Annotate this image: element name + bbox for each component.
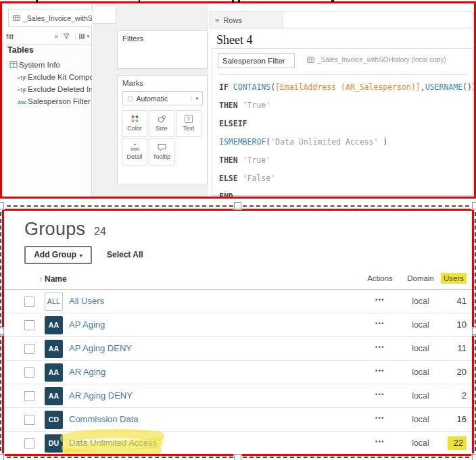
- actions-menu-icon[interactable]: •••: [366, 391, 394, 398]
- row-checkbox[interactable]: [24, 367, 34, 378]
- table-row: ALLAll Users•••local41: [4, 290, 472, 313]
- field-item[interactable]: AbcSalesperson Filter: [2, 95, 92, 107]
- mark-type-dropdown[interactable]: ▢ Automatic ▾: [122, 91, 203, 105]
- domain-value: local: [406, 367, 435, 377]
- group-name-link[interactable]: AP Aging: [69, 320, 105, 330]
- mark-buttons: ColorSizeTTextDetailTooltip: [121, 109, 206, 166]
- rows-shelf-icon: ≡: [215, 16, 219, 24]
- column-header-domain[interactable]: Domain: [404, 274, 437, 282]
- column-header-actions[interactable]: Actions: [364, 274, 396, 282]
- group-name-link[interactable]: AR Aging DENY: [69, 390, 133, 401]
- row-checkbox[interactable]: [24, 320, 34, 330]
- datasource-tab[interactable]: _Sales_Invoice_withSOHi...: [8, 9, 92, 27]
- selection-handle[interactable]: [472, 328, 476, 335]
- table-icon: [7, 59, 19, 71]
- filter-funnel-icon[interactable]: [63, 33, 70, 40]
- mark-button-label: Color: [122, 125, 147, 132]
- sheet-title: Sheet 4: [216, 33, 253, 47]
- rows-shelf[interactable]: ≡ Rows: [210, 11, 473, 28]
- field-item[interactable]: =T|FExclude Deleted Invoice ...: [2, 83, 92, 95]
- users-count: 11: [433, 343, 467, 353]
- group-name-link[interactable]: All Users: [69, 296, 104, 306]
- table-row: CDCommission Data•••local16: [4, 408, 472, 432]
- color-mark-button[interactable]: Color: [122, 110, 147, 137]
- group-name-link[interactable]: AP Aging DENY: [69, 343, 132, 353]
- cropped-text-fragment: [139, 0, 140, 3]
- group-initials-badge: AA: [45, 316, 63, 334]
- column-header-name[interactable]: ↑Name: [39, 274, 67, 284]
- mark-button-label: Text: [176, 125, 201, 132]
- field-label: Exclude Kit Components ...: [28, 73, 92, 81]
- selection-region: Groups 24 Add Group▾ Select All ↑Name Ac…: [0, 205, 476, 458]
- domain-value: local: [406, 438, 435, 448]
- formula-editor[interactable]: IF CONTAINS([EmailAddress (AR_Salesperso…: [219, 78, 470, 199]
- row-checkbox[interactable]: [24, 344, 34, 354]
- formula-line: ELSE 'False': [219, 170, 470, 188]
- tables-section-label: Tables: [7, 45, 34, 55]
- table-row: AAAP Aging DENY•••local11: [4, 337, 472, 361]
- users-count: 41: [433, 296, 467, 306]
- group-name-link[interactable]: AR Aging: [69, 367, 105, 377]
- selection-handle[interactable]: [472, 202, 476, 209]
- row-checkbox[interactable]: [24, 438, 34, 449]
- actions-menu-icon[interactable]: •••: [366, 344, 394, 351]
- selection-handle[interactable]: [234, 202, 241, 209]
- calculated-boolean-icon: =T|F: [16, 71, 28, 83]
- column-header-users[interactable]: Users: [435, 273, 467, 284]
- red-annotation-box-top: _Sales_Invoice_withSOHi... filt × ▾ Tabl…: [0, 1, 476, 199]
- field-label: Salesperson Filter: [28, 97, 91, 105]
- users-count: 22: [433, 438, 467, 448]
- field-item[interactable]: =T|FExclude Kit Components ...: [2, 71, 92, 83]
- formula-line: THEN 'True': [219, 97, 470, 115]
- mark-type-icon: ▢: [127, 95, 133, 102]
- size-icon: [149, 111, 174, 125]
- detail-mark-button[interactable]: Detail: [122, 138, 147, 165]
- abc-string-icon: Abc: [16, 95, 28, 107]
- divider: [218, 74, 467, 75]
- rows-shelf-label: Rows: [223, 16, 242, 24]
- caret-down-icon[interactable]: ▾: [191, 96, 202, 101]
- sort-ascending-icon: ↑: [39, 276, 43, 283]
- caret-down-icon[interactable]: ▾: [87, 34, 89, 39]
- domain-value: local: [406, 297, 435, 306]
- calculated-boolean-icon: =T|F: [16, 83, 28, 95]
- selection-handle[interactable]: [472, 454, 476, 460]
- text-mark-button[interactable]: TText: [176, 110, 201, 137]
- view-columns-icon[interactable]: [75, 34, 85, 39]
- actions-menu-icon[interactable]: •••: [366, 320, 394, 327]
- marks-card-label: Marks: [118, 76, 207, 87]
- selection-handle[interactable]: [0, 454, 4, 460]
- actions-menu-icon[interactable]: •••: [366, 438, 394, 445]
- size-mark-button[interactable]: Size: [149, 110, 174, 137]
- data-pane-search: filt × ▾: [2, 29, 92, 45]
- filters-shelf[interactable]: Filters: [117, 30, 208, 69]
- table-row: AAAR Aging DENY•••local2: [4, 384, 472, 408]
- actions-menu-icon[interactable]: •••: [366, 415, 394, 421]
- selection-handle[interactable]: [0, 202, 4, 209]
- search-input[interactable]: filt: [6, 32, 51, 41]
- users-count: 20: [433, 367, 467, 377]
- row-checkbox[interactable]: [24, 297, 34, 307]
- tooltip-mark-button[interactable]: Tooltip: [149, 138, 174, 165]
- selection-handle[interactable]: [0, 328, 4, 335]
- calc-datasource-label: _Sales_Invoice_withSOHistory (local copy…: [317, 56, 446, 63]
- row-checkbox[interactable]: [24, 391, 34, 401]
- data-pane: _Sales_Invoice_withSOHi... filt × ▾ Tabl…: [2, 3, 92, 197]
- cropped-text-fragment: [238, 0, 240, 3]
- formula-line: ISMEMBEROF('Data Unlimited Access' ): [219, 133, 470, 151]
- pane-tab-stub: [93, 7, 116, 24]
- row-checkbox[interactable]: [24, 415, 34, 425]
- calc-field-name-input[interactable]: Salesperson Filter: [218, 53, 295, 68]
- group-name-link[interactable]: Data Unlimited Access: [69, 438, 157, 448]
- selection-handle[interactable]: [234, 454, 241, 460]
- clear-search-icon[interactable]: ×: [54, 32, 58, 41]
- field-label: System Info: [19, 61, 60, 69]
- field-item[interactable]: System Info: [2, 59, 92, 71]
- actions-menu-icon[interactable]: •••: [366, 367, 394, 374]
- group-name-link[interactable]: Commission Data: [69, 414, 139, 424]
- domain-value: local: [406, 320, 435, 330]
- select-all-link[interactable]: Select All: [107, 250, 143, 259]
- field-list: System Info=T|FExclude Kit Components ..…: [2, 59, 92, 107]
- add-group-button[interactable]: Add Group▾: [24, 246, 92, 264]
- actions-menu-icon[interactable]: •••: [366, 297, 394, 303]
